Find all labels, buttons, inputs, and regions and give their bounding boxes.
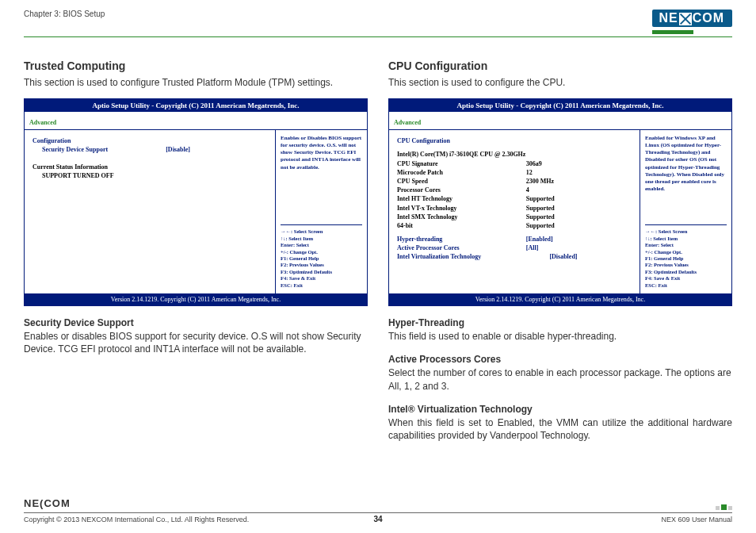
cpu-hyp-v: [Enabled] [526,235,632,243]
bios-tabs: Advanced [25,112,367,130]
cpu-apc-l: Active Processor Cores [397,243,526,252]
key-hint: +/-: Change Opt. [281,249,362,255]
page-header: Chapter 3: BIOS Setup NECOM [24,10,732,34]
bios-window-trusted: Aptio Setup Utility - Copyright (C) 2011… [24,98,368,306]
cpu-sig-v: 306a9 [526,159,632,168]
bios-right-pane: Enabled for Windows XP and Linux (OS opt… [640,130,731,293]
cpu-mic-l: Microcode Patch [397,168,526,177]
key-hint: F2: Previous Values [645,262,727,268]
bios-key-legend: →←: Select Screen ↑↓: Select Item Enter:… [281,224,362,289]
bios-support-off: SUPPORT TURNED OFF [32,171,267,180]
cpu-vt-l: Intel VT-x Technology [397,204,526,213]
bios-key-legend: →←: Select Screen ↑↓: Select Item Enter:… [645,224,727,289]
bios-help-text: Enabled for Windows XP and Linux (OS opt… [645,135,727,218]
desc-apc-body: Select the number of cores to enable in … [388,366,732,392]
bios-footer: Version 2.14.1219. Copyright (C) 2011 Am… [389,293,731,305]
key-hint: ESC: Exit [645,282,727,289]
key-hint: F3: Optimized Defaults [645,269,727,275]
cpu-hyp-l: Hyper-threading [397,235,526,243]
cpu-ht-v: Supported [526,194,632,203]
bios-sds-row: Security Device Support [Disable] [32,145,267,154]
bios-sds-value: [Disable] [166,145,267,154]
bios-sds-label: Security Device Support [42,145,166,154]
desc-ht-body: This field is used to enable or disable … [388,330,732,343]
bios-header: Aptio Setup Utility - Copyright (C) 2011… [389,99,731,112]
key-hint: ESC: Exit [281,282,362,289]
bios-config-label: Configuration [32,136,267,145]
cpu-cor-v: 4 [526,186,632,194]
desc-ivt-title: Intel® Virtualization Technology [388,404,732,415]
section-title: CPU Configuration [388,59,732,72]
key-hint: ↑↓: Select Item [645,236,727,242]
bios-tab-advanced: Advanced [29,119,56,126]
section-subtitle: This section is used to configure the CP… [388,76,732,89]
cpu-ivt-v: [Disabled] [549,252,632,261]
desc-sds-body: Enables or disables BIOS support for sec… [24,330,368,355]
cpu-vt-v: Supported [526,204,632,213]
section-title: Trusted Computing [24,59,368,72]
cpu-apc-v: [All] [526,243,632,252]
brand-logo: NECOM [652,10,732,34]
cpu-spd-v: 2300 MHz [526,177,632,186]
bios-window-cpu: Aptio Setup Utility - Copyright (C) 2011… [388,98,732,306]
bios-footer: Version 2.14.1219. Copyright (C) 2011 Am… [25,293,367,305]
cpu-spd-l: CPU Speed [397,177,526,186]
key-hint: F2: Previous Values [281,262,362,268]
key-hint: F1: General Help [645,255,727,262]
footer-logo-text: NE(COM [24,497,71,509]
key-hint: ↑↓: Select Item [281,236,362,242]
cpu-64-l: 64-bit [397,221,526,230]
cpu-64-v: Supported [526,221,632,230]
footer-decoration-icon [716,504,732,510]
bios-tabs: Advanced [389,112,731,130]
left-column: Trusted Computing This section is used t… [24,59,368,442]
desc-ivt-body: When this field is set to Enabled, the V… [388,416,732,442]
key-hint: →←: Select Screen [645,228,727,235]
bios-cpu-cfg-label: CPU Configuration [397,136,632,145]
header-rule [24,36,732,37]
page-number: 34 [0,515,756,523]
bios-right-pane: Enables or Disables BIOS support for sec… [276,130,367,293]
bios-tab-advanced: Advanced [394,119,421,126]
bios-header: Aptio Setup Utility - Copyright (C) 2011… [25,99,367,112]
cpu-ivt-l: Intel Virtualization Technology [397,252,549,261]
cpu-cor-l: Processor Cores [397,186,526,194]
cpu-mic-v: 12 [526,168,632,177]
chapter-label: Chapter 3: BIOS Setup [24,10,105,18]
right-column: CPU Configuration This section is used t… [388,59,732,442]
bios-help-text: Enables or Disables BIOS support for sec… [281,135,362,218]
bios-csi-label: Current Status Information [32,163,267,171]
cpu-sig-l: CPU Signature [397,159,526,168]
desc-ht-title: Hyper-Threading [388,317,732,328]
bios-left-pane: Configuration Security Device Support [D… [25,130,276,293]
cpu-smx-l: Intel SMX Technology [397,213,526,221]
key-hint: F4: Save & Exit [645,275,727,282]
bios-cpu-name: Intel(R) Core(TM) i7-3610QE CPU @ 2.30GH… [397,150,632,159]
key-hint: Enter: Select [281,242,362,248]
key-hint: F3: Optimized Defaults [281,269,362,275]
desc-apc-title: Active Processors Cores [388,354,732,365]
key-hint: F4: Save & Exit [281,275,362,282]
key-hint: →←: Select Screen [281,228,362,235]
desc-sds-title: Security Device Support [24,317,368,328]
key-hint: +/-: Change Opt. [645,249,727,255]
key-hint: F1: General Help [281,255,362,262]
key-hint: Enter: Select [645,242,727,248]
bios-left-pane: CPU Configuration Intel(R) Core(TM) i7-3… [389,130,640,293]
section-subtitle: This section is used to configure Truste… [24,76,368,89]
cpu-smx-v: Supported [526,213,632,221]
footer-logo: NE(COM [24,496,71,510]
cpu-ht-l: Intel HT Technology [397,194,526,203]
